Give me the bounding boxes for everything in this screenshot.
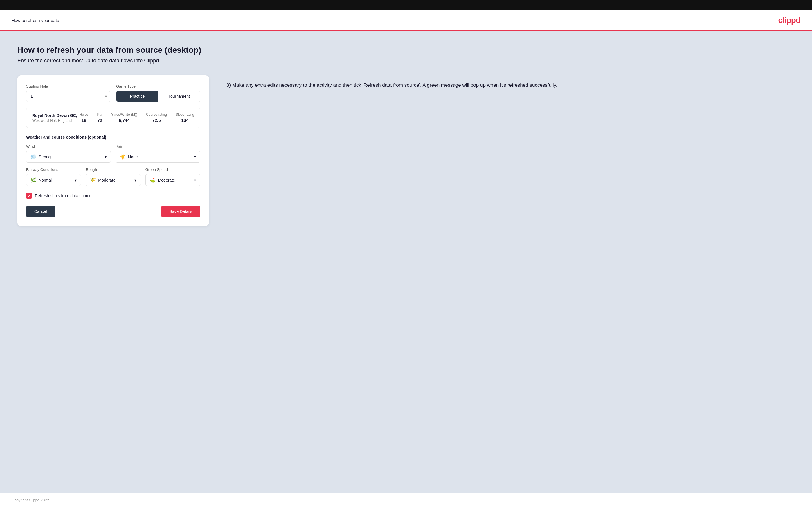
copyright-text: Copyright Clippd 2022 [12,498,49,502]
stat-course-rating: Course rating 72.5 [146,113,167,123]
fairway-inner: 🌿 Normal [31,177,52,183]
starting-hole-wrapper: 1 ▾ [26,91,110,102]
course-name: Royal North Devon GC, [32,113,77,118]
green-speed-icon: ⛳ [150,177,156,183]
green-speed-arrow-icon: ▾ [194,178,196,182]
wind-icon: 💨 [31,154,36,160]
rain-label: Rain [115,144,200,149]
stat-holes: Holes 18 [80,113,89,123]
logo: clippd [778,16,800,25]
course-info-box: Royal North Devon GC, Westward Ho!, Engl… [26,108,200,128]
sidebar-text: 3) Make any extra edits necessary to the… [226,75,795,89]
slope-rating-label: Slope rating [175,113,194,117]
game-type-toggle: Practice Tournament [116,91,200,102]
green-speed-group: Green Speed ⛳ Moderate ▾ [145,167,200,186]
stat-yards: Yards/White (M)) 6,744 [111,113,137,123]
rough-inner: 🌾 Moderate [90,177,115,183]
par-label: Par [97,113,102,117]
starting-hole-group: Starting Hole 1 ▾ [26,84,110,102]
green-speed-inner: ⛳ Moderate [150,177,175,183]
fairway-value: Normal [39,178,52,182]
green-speed-value: Moderate [158,178,175,182]
practice-button[interactable]: Practice [116,91,158,102]
rough-dropdown[interactable]: 🌾 Moderate ▾ [86,174,141,186]
header-title: How to refresh your data [12,18,59,23]
wind-dropdown[interactable]: 💨 Strong ▾ [26,151,111,163]
course-stats: Holes 18 Par 72 Yards/White (M)) 6,744 C… [80,113,194,123]
wind-rain-row: Wind 💨 Strong ▾ Rain ☀️ None [26,144,200,163]
main-content: How to refresh your data from source (de… [0,31,812,493]
yards-value: 6,744 [119,118,130,123]
form-card: Starting Hole 1 ▾ Game Type Practice Tou… [17,75,209,226]
wind-group: Wind 💨 Strong ▾ [26,144,111,163]
content-row: Starting Hole 1 ▾ Game Type Practice Tou… [17,75,795,226]
footer: Copyright Clippd 2022 [0,493,812,507]
rough-value: Moderate [98,178,115,182]
rain-group: Rain ☀️ None ▾ [115,144,200,163]
save-button[interactable]: Save Details [161,206,200,217]
wind-value: Strong [39,155,51,159]
starting-hole-dropdown[interactable]: 1 ▾ [26,91,110,102]
top-form-row: Starting Hole 1 ▾ Game Type Practice Tou… [26,84,200,102]
game-type-label: Game Type [116,84,200,89]
stat-slope-rating: Slope rating 134 [175,113,194,123]
rain-inner: ☀️ None [120,154,138,160]
page-subheading: Ensure the correct and most up to date d… [17,58,795,64]
rough-label: Rough [86,167,141,172]
slope-rating-value: 134 [181,118,189,123]
yards-label: Yards/White (M)) [111,113,137,117]
course-rating-value: 72.5 [152,118,160,123]
wind-inner: 💨 Strong [31,154,51,160]
rain-arrow-icon: ▾ [194,155,196,159]
holes-value: 18 [82,118,87,123]
starting-hole-value: 1 [31,94,33,99]
rough-arrow-icon: ▾ [135,178,137,182]
conditions-title: Weather and course conditions (optional) [26,135,200,139]
wind-arrow-icon: ▾ [104,155,107,159]
button-row: Cancel Save Details [26,206,200,217]
rain-value: None [128,155,138,159]
course-details: Royal North Devon GC, Westward Ho!, Engl… [32,113,77,123]
refresh-checkbox-label: Refresh shots from data source [35,193,92,198]
top-bar [0,0,812,10]
fairway-arrow-icon: ▾ [74,178,77,182]
fairway-icon: 🌿 [31,177,36,183]
rain-dropdown[interactable]: ☀️ None ▾ [115,151,200,163]
stat-par: Par 72 [97,113,102,123]
rough-group: Rough 🌾 Moderate ▾ [86,167,141,186]
tournament-button[interactable]: Tournament [158,91,200,102]
cancel-button[interactable]: Cancel [26,206,55,217]
wind-label: Wind [26,144,111,149]
game-type-group: Game Type Practice Tournament [116,84,200,102]
course-rating-label: Course rating [146,113,167,117]
green-speed-dropdown[interactable]: ⛳ Moderate ▾ [145,174,200,186]
conditions-row-2: Fairway Conditions 🌿 Normal ▾ Rough 🌾 [26,167,200,186]
refresh-checkbox[interactable] [26,193,32,199]
fairway-label: Fairway Conditions [26,167,81,172]
green-speed-label: Green Speed [145,167,200,172]
rough-icon: 🌾 [90,177,96,183]
refresh-checkbox-row: Refresh shots from data source [26,193,200,199]
sidebar-description: 3) Make any extra edits necessary to the… [226,81,795,89]
course-location: Westward Ho!, England [32,118,77,123]
fairway-group: Fairway Conditions 🌿 Normal ▾ [26,167,81,186]
starting-hole-arrow-icon: ▾ [105,94,107,98]
par-value: 72 [97,118,102,123]
rain-icon: ☀️ [120,154,126,160]
starting-hole-label: Starting Hole [26,84,110,89]
fairway-dropdown[interactable]: 🌿 Normal ▾ [26,174,81,186]
holes-label: Holes [80,113,89,117]
header: How to refresh your data clippd [0,10,812,31]
page-heading: How to refresh your data from source (de… [17,46,795,55]
